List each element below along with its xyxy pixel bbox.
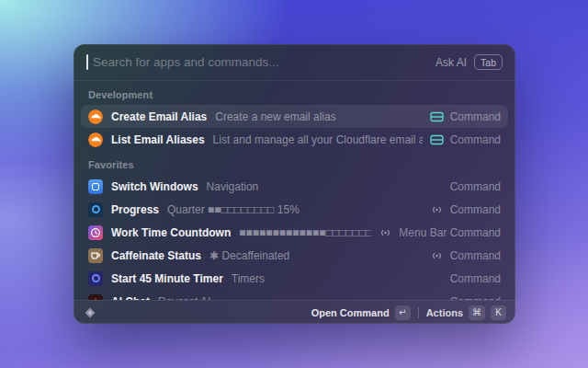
ask-ai-label[interactable]: Ask AI: [435, 56, 467, 69]
list-section: Favorites Switch Windows Navigation Comm…: [81, 151, 508, 300]
open-command-button[interactable]: Open Command ↵: [311, 305, 411, 320]
search-input[interactable]: Search for apps and commands... Ask AI T…: [74, 44, 515, 81]
switch-windows-icon: [88, 179, 103, 194]
item-title: Caffeinate Status: [111, 249, 201, 262]
broadcast-icon: [379, 227, 392, 238]
list-item[interactable]: Switch Windows Navigation Command: [81, 175, 508, 198]
item-title: Work Time Countdown: [111, 226, 231, 239]
text-caret: [86, 54, 88, 70]
ai-chat-icon: [88, 294, 103, 301]
actions-button[interactable]: Actions ⌘ K: [426, 305, 506, 320]
list-item[interactable]: Start 45 Minute Timer Timers Command: [81, 267, 508, 290]
status-bar: Open Command ↵ Actions ⌘ K: [74, 300, 515, 324]
item-subtitle: Navigation: [207, 180, 443, 193]
footer-divider: [418, 307, 419, 318]
caffeinate-icon: [88, 248, 103, 263]
timer-icon: [88, 271, 103, 286]
section-header: Favorites: [81, 151, 508, 175]
list-item[interactable]: List Email Aliases List and manage all y…: [81, 128, 508, 151]
list-section: Development Create Email Alias Create a …: [81, 81, 508, 151]
item-title: Create Email Alias: [111, 110, 207, 123]
section-header: Development: [81, 81, 508, 105]
item-type-label: Command: [450, 249, 501, 262]
progress-icon: [88, 202, 103, 217]
broadcast-icon: [430, 250, 444, 261]
cmd-key-badge: ⌘: [469, 305, 485, 320]
item-title: Switch Windows: [111, 180, 198, 193]
cloudflare-icon: [88, 109, 103, 124]
item-type-label: Command: [450, 110, 501, 123]
item-title: List Email Aliases: [111, 133, 205, 146]
list-item[interactable]: AI Chat Raycast AI Command: [81, 290, 508, 300]
list-item[interactable]: Progress Quarter ■■□□□□□□□□ 15% Command: [81, 198, 508, 221]
actions-label: Actions: [426, 307, 463, 318]
item-title: Progress: [111, 203, 159, 216]
item-subtitle: List and manage all your Cloudflare emai…: [213, 133, 423, 146]
item-type-label: Command: [450, 133, 501, 146]
item-subtitle: Timers: [232, 272, 443, 285]
work-time-icon: [88, 225, 103, 240]
command-card-icon: [430, 111, 444, 122]
item-type-label: Command: [450, 203, 501, 216]
item-type-label: Command: [450, 180, 501, 193]
list-item[interactable]: Work Time Countdown ■■■■■■■■■■■■■□□□□□□□…: [81, 221, 508, 244]
broadcast-icon: [430, 204, 444, 215]
command-list: Development Create Email Alias Create a …: [74, 81, 515, 300]
enter-key-badge: ↵: [395, 305, 411, 320]
item-type-label: Command: [450, 272, 501, 285]
raycast-logo-icon: [83, 305, 97, 320]
item-subtitle: ■■■■■■■■■■■■■□□□□□□□ 63%: [239, 226, 371, 239]
tab-key-badge: Tab: [474, 54, 503, 70]
item-subtitle: Create a new email alias: [215, 110, 422, 123]
cloudflare-icon: [88, 132, 103, 147]
raycast-window: Search for apps and commands... Ask AI T…: [74, 44, 515, 324]
list-item[interactable]: Create Email Alias Create a new email al…: [81, 105, 508, 128]
command-card-icon: [430, 134, 444, 145]
item-title: Start 45 Minute Timer: [111, 272, 223, 285]
item-type-label: Menu Bar Command: [399, 226, 501, 239]
open-command-label: Open Command: [311, 307, 390, 318]
search-placeholder: Search for apps and commands...: [93, 55, 435, 69]
list-item[interactable]: Caffeinate Status ✱ Decaffeinated Comman…: [81, 244, 508, 267]
item-subtitle: Quarter ■■□□□□□□□□ 15%: [167, 203, 423, 216]
k-key-badge: K: [491, 305, 506, 320]
item-subtitle: ✱ Decaffeinated: [209, 249, 423, 262]
